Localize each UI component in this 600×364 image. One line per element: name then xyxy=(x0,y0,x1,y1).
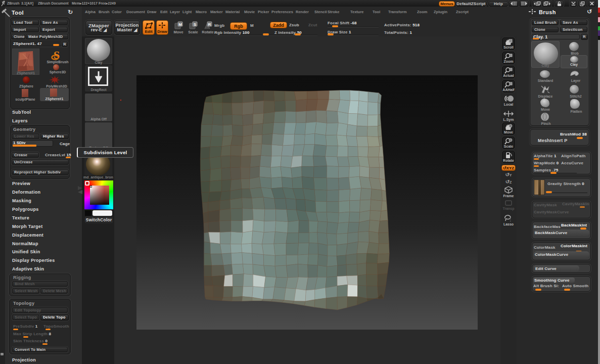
svg-text:S: S xyxy=(194,22,197,27)
svg-text:R: R xyxy=(208,22,211,27)
svg-text:M: M xyxy=(178,22,182,27)
